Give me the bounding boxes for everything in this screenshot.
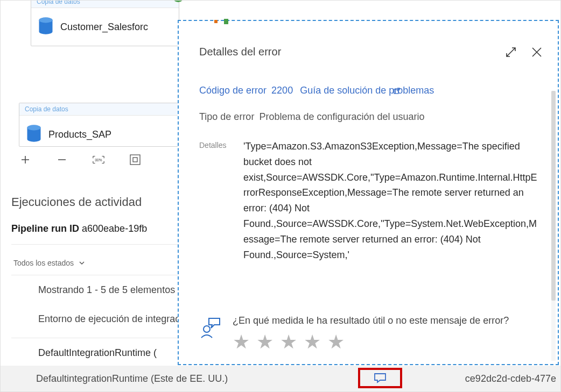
error-code-link[interactable]: 2200: [271, 85, 293, 96]
canvas-toolbar: 00%: [19, 153, 142, 166]
runtime-row-1: DefaultIntegrationRuntime (: [38, 347, 157, 359]
expand-icon[interactable]: [505, 46, 517, 58]
error-type-line: Tipo de error Problema de configuración …: [199, 111, 537, 123]
section-title: Ejecuciones de actividad: [11, 195, 142, 209]
activity-products-sap[interactable]: Copia de datos Products_SAP: [19, 103, 178, 147]
run-id-label: Pipeline run ID: [11, 223, 79, 234]
error-code-line: Código de error 2200 Guía de solución de…: [199, 85, 537, 96]
activity-name: Products_SAP: [48, 129, 111, 140]
database-icon: [26, 124, 42, 145]
star-2[interactable]: ★: [256, 331, 274, 353]
feedback-prompt: ¿En qué medida le ha resultado útil o no…: [233, 315, 538, 326]
star-3[interactable]: ★: [280, 331, 297, 353]
zoom-reset-button[interactable]: 00%: [92, 153, 105, 166]
error-details-panel: Detalles del error Código de error 2200 …: [178, 20, 559, 365]
pipeline-canvas: Copia de datos Customer_Salesforc Copia …: [1, 1, 560, 391]
star-4[interactable]: ★: [304, 331, 321, 353]
status-filter-dropdown[interactable]: Todos los estados: [13, 259, 86, 267]
runtime-row-2-name: DefaultintegrationRuntime (Este de EE. U…: [36, 373, 228, 384]
runtime-row-2: DefaultintegrationRuntime (Este de EE. U…: [1, 366, 560, 391]
error-type-value: Problema de configuración del usuario: [259, 111, 424, 122]
divider: [11, 338, 178, 338]
marker-orange: [214, 20, 218, 23]
highlight-box: [358, 368, 402, 388]
run-id-value: a600eabe-19fb: [82, 223, 147, 234]
feedback-person-icon: [198, 315, 222, 339]
activity-header: Copia de datos: [19, 103, 178, 116]
details-label: Detalles: [199, 139, 234, 262]
showing-count: Mostrando 1 - 5 de 5 elementos: [38, 284, 175, 296]
zoom-out-button[interactable]: [55, 153, 68, 166]
close-icon[interactable]: [531, 46, 543, 58]
feedback-section: ¿En qué medida le ha resultado útil o no…: [179, 311, 558, 358]
star-1[interactable]: ★: [233, 331, 250, 353]
external-link-icon: [393, 87, 401, 95]
status-filter-label: Todos los estados: [13, 259, 74, 267]
divider: [11, 244, 178, 245]
panel-scrollbar[interactable]: [551, 91, 556, 361]
divider: [11, 275, 178, 275]
comment-icon[interactable]: [374, 373, 387, 383]
activity-header: Copia de datos: [31, 0, 179, 8]
error-type-label: Tipo de error: [199, 111, 254, 122]
activity-customer-salesforce[interactable]: Copia de datos Customer_Salesforc: [31, 0, 179, 46]
fit-screen-button[interactable]: [129, 153, 142, 166]
activity-name: Customer_Salesforc: [60, 22, 148, 33]
integration-runtime-label: Entorno de ejecución de integración: [38, 313, 193, 325]
database-icon: [38, 17, 54, 37]
error-code-label: Código de error: [199, 85, 267, 96]
panel-title: Detalles del error: [199, 46, 281, 58]
svg-point-3: [27, 125, 41, 131]
troubleshoot-guide-link[interactable]: Guía de solución de problemas: [300, 85, 401, 96]
pipeline-run-id-row: Pipeline run ID a600eabe-19fb: [11, 223, 147, 234]
star-rating: ★ ★ ★ ★ ★: [233, 331, 538, 353]
chevron-down-icon: [78, 259, 86, 267]
svg-rect-5: [130, 155, 140, 165]
svg-rect-6: [133, 158, 137, 162]
marker-green: [224, 19, 228, 24]
scrollbar-thumb[interactable]: [551, 91, 556, 301]
svg-point-8: [204, 326, 210, 332]
star-5[interactable]: ★: [327, 331, 345, 353]
runtime-row-2-id: ce92dc2d-cdeb-477e: [465, 373, 556, 384]
svg-point-1: [39, 18, 53, 23]
zoom-in-button[interactable]: [19, 153, 32, 166]
svg-text:00%: 00%: [95, 158, 102, 162]
details-text: 'Type=Amazon.S3.AmazonS3Exception,Messag…: [243, 139, 537, 262]
